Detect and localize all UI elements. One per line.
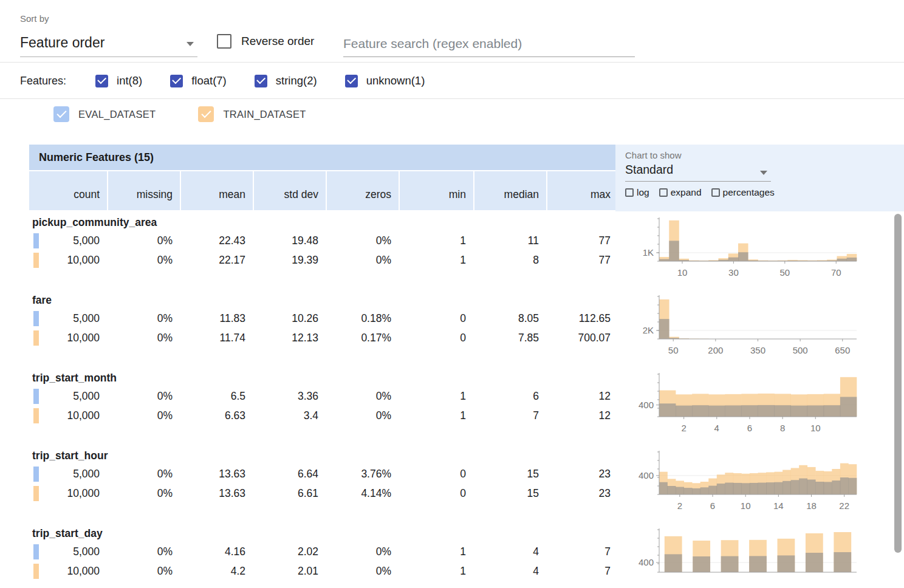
stat-cell: 0: [400, 464, 473, 484]
train-dataset-marker: [33, 330, 39, 346]
column-header: median: [474, 171, 546, 210]
stat-cell: 6: [474, 386, 546, 406]
stat-cell: 4: [474, 561, 546, 581]
column-header: max: [547, 171, 618, 210]
stat-cell: 3.76%: [327, 464, 399, 484]
stat-cell: 15: [474, 484, 546, 503]
sort-by-value: Feature order: [20, 35, 104, 50]
chart-toggle-label: percentages: [723, 187, 775, 198]
train-dataset-marker: [33, 253, 39, 268]
x-axis-tick-label: 10: [810, 423, 821, 433]
chart-toggle-expand[interactable]: expand: [659, 187, 702, 198]
sort-by-select[interactable]: Feature order: [20, 29, 197, 57]
dataset-checkbox[interactable]: [198, 106, 214, 122]
feature-block: trip_start_month5,0000%6.53.360%161210,0…: [29, 368, 904, 446]
stat-cell: 15: [474, 464, 546, 484]
stat-cell: 3.36: [254, 386, 326, 406]
chart-type-select[interactable]: Standard: [625, 163, 771, 182]
stat-cell: 11.74: [181, 328, 253, 347]
stat-cell: 2.01: [254, 561, 326, 581]
feature-type-label: int(8): [117, 74, 142, 87]
checkbox-unchecked-icon[interactable]: [711, 188, 720, 197]
facets-overview-app: Sort by Feature order Reverse order Feat…: [0, 0, 904, 588]
stat-cell: 2.02: [254, 542, 326, 561]
x-axis-tick-label: 8: [780, 423, 785, 433]
stat-cell: 8.05: [474, 309, 546, 328]
feature-histogram: 400246810: [632, 372, 864, 435]
feature-type-filter[interactable]: int(8): [95, 74, 142, 87]
checkbox-checked-icon[interactable]: [95, 75, 108, 87]
stat-cell: 0: [400, 309, 473, 328]
dataset-toggle[interactable]: TRAIN_DATASET: [198, 106, 306, 122]
x-axis-tick-label: 6: [747, 423, 752, 433]
train-dataset-marker: [33, 564, 39, 579]
x-axis-tick-label: 10: [677, 267, 688, 278]
feature-type-filter[interactable]: float(7): [170, 74, 227, 87]
x-axis-tick-label: 18: [806, 501, 817, 511]
features-label: Features:: [20, 75, 66, 87]
train-dataset-marker: [33, 408, 39, 423]
checkbox-checked-icon[interactable]: [170, 75, 183, 87]
chart-to-show-label: Chart to show: [625, 150, 904, 160]
feature-search-input[interactable]: [343, 30, 635, 57]
dataset-checkbox[interactable]: [53, 106, 69, 122]
checkbox-unchecked-icon[interactable]: [659, 188, 668, 197]
feature-block: pickup_community_area5,0000%22.4319.480%…: [29, 213, 904, 290]
column-header: mean: [181, 171, 253, 210]
stat-cell: 1: [400, 561, 473, 581]
stat-cell: 22.17: [181, 250, 253, 270]
numeric-features-table: Numeric Features (15) Chart to show Stan…: [29, 145, 904, 588]
stat-cell: 4: [474, 542, 546, 561]
stat-cell: 0%: [108, 542, 180, 561]
feature-block: trip_start_day5,0000%4.162.020%14710,000…: [29, 524, 904, 588]
column-header: std dev: [254, 171, 326, 210]
dataset-label: TRAIN_DATASET: [223, 109, 306, 120]
stat-cell: 6.5: [181, 386, 253, 406]
stat-cell: 10,000: [29, 250, 107, 270]
feature-type-filter[interactable]: string(2): [255, 74, 317, 87]
feature-chart: 400246810: [632, 372, 864, 435]
eval-dataset-marker: [33, 233, 39, 248]
stat-cell: 22.43: [181, 231, 253, 250]
checkbox-unchecked-icon[interactable]: [625, 188, 634, 197]
stat-cell: 6.61: [254, 484, 326, 503]
stat-cell: 10,000: [29, 406, 107, 425]
chart-toggle-percentages[interactable]: percentages: [711, 187, 775, 198]
vertical-scrollbar[interactable]: [894, 213, 902, 588]
stat-cell: 5,000: [29, 386, 107, 406]
stat-cell: 5,000: [29, 309, 107, 328]
column-header: count: [29, 171, 107, 210]
reverse-order-checkbox[interactable]: [217, 34, 231, 49]
checkbox-checked-icon[interactable]: [345, 75, 358, 87]
chart-panel: Chart to show Standard logexpandpercenta…: [615, 145, 904, 211]
feature-type-filter[interactable]: unknown(1): [345, 74, 425, 87]
x-axis-tick-label: 30: [728, 267, 739, 278]
chevron-down-icon: [760, 171, 767, 175]
stat-cell: 19.48: [254, 231, 326, 250]
scrollbar-thumb[interactable]: [894, 214, 902, 553]
feature-type-filter-row: Features: int(8)float(7)string(2)unknown…: [0, 63, 904, 99]
x-axis-tick-label: 70: [831, 267, 841, 278]
dataset-toggle[interactable]: EVAL_DATASET: [53, 106, 156, 122]
x-axis-tick-label: 10: [741, 501, 751, 511]
stat-cell: 0.18%: [327, 309, 399, 328]
column-header: zeros: [327, 171, 399, 210]
stat-cell: 112.65: [547, 309, 618, 328]
chart-toggle-label: expand: [671, 187, 702, 198]
stat-cell: 0%: [327, 406, 399, 425]
checkbox-checked-icon[interactable]: [255, 75, 267, 87]
dataset-legend: EVAL_DATASETTRAIN_DATASET: [53, 106, 349, 122]
stat-cell: 0%: [108, 231, 180, 250]
column-header: min: [400, 171, 473, 210]
reverse-order-toggle[interactable]: Reverse order: [217, 34, 314, 49]
stat-cell: 6.63: [181, 406, 253, 425]
dataset-label: EVAL_DATASET: [78, 109, 156, 120]
stat-cell: 5,000: [29, 464, 107, 484]
stat-cell: 10.26: [254, 309, 326, 328]
stat-cell: 12.13: [254, 328, 326, 347]
stat-cell: 0%: [108, 386, 180, 406]
stat-cell: 1: [400, 406, 473, 425]
chart-toggle-log[interactable]: log: [625, 187, 649, 198]
stat-cell: 0%: [108, 309, 180, 328]
y-axis-tick-label: 400: [639, 557, 654, 567]
